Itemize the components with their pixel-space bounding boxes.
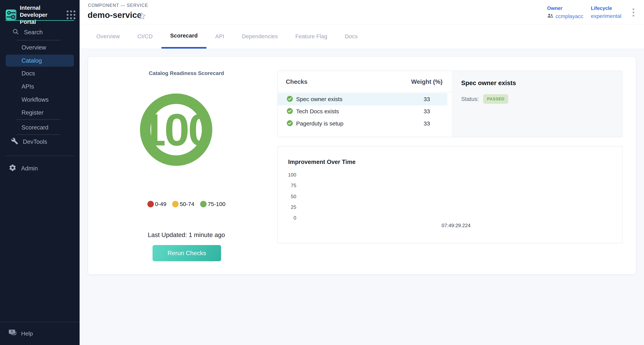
rerun-checks-button[interactable]: Rerun Checks bbox=[152, 245, 221, 261]
check-detail-title: Spec owner exists bbox=[461, 80, 516, 87]
scorecard-title: Catalog Readiness Scorecard bbox=[88, 70, 285, 76]
portal-logo-icon bbox=[6, 10, 16, 20]
check-row-pagerduty[interactable]: Pagerduty is setup 33 bbox=[278, 118, 447, 130]
check-weight: 33 bbox=[402, 120, 452, 127]
status-label: Status: bbox=[461, 96, 479, 102]
check-detail-panel: Spec owner exists Status: PASSED bbox=[452, 71, 622, 137]
legend-high-label: 75-100 bbox=[208, 201, 226, 207]
owner-block: Owner ccmplayacc bbox=[547, 5, 583, 20]
svg-text:?: ? bbox=[11, 330, 13, 334]
devtools-label: DevTools bbox=[23, 138, 47, 145]
sidebar-item-scorecard[interactable]: Scorecard bbox=[22, 124, 48, 131]
tab-overview[interactable]: Overview bbox=[88, 24, 128, 48]
search-label: Search bbox=[24, 29, 43, 36]
help-divider bbox=[0, 322, 80, 322]
lifecycle-block: Lifecycle experimental bbox=[591, 5, 621, 19]
sidebar-item-devtools[interactable]: DevTools bbox=[11, 138, 47, 146]
sidebar-divider bbox=[16, 120, 60, 120]
legend-red-dot bbox=[148, 201, 154, 207]
scorecard-card: Catalog Readiness Scorecard 100 0-49 50-… bbox=[88, 57, 636, 274]
check-passed-icon bbox=[286, 108, 293, 115]
y-tick-100: 100 bbox=[278, 172, 296, 178]
page-title: demo-service bbox=[88, 10, 142, 20]
y-tick-0: 0 bbox=[278, 215, 296, 221]
check-name: Pagerduty is setup bbox=[296, 120, 343, 127]
sidebar-item-apis[interactable]: APIs bbox=[22, 83, 34, 90]
sidebar: Internal Developer Portal Search Overvie… bbox=[0, 0, 80, 345]
breadcrumb: COMPONENT — SERVICE bbox=[88, 3, 148, 8]
legend-mid-label: 50-74 bbox=[180, 201, 194, 207]
lifecycle-value: experimental bbox=[591, 13, 621, 19]
check-weight: 33 bbox=[402, 96, 452, 102]
wrench-icon bbox=[11, 138, 18, 146]
sidebar-item-overview[interactable]: Overview bbox=[22, 44, 46, 51]
legend-item-mid: 50-74 bbox=[172, 201, 194, 207]
sidebar-search[interactable]: Search bbox=[12, 28, 43, 36]
kebab-menu-icon[interactable] bbox=[632, 8, 635, 17]
portal-title: Internal Developer Portal bbox=[20, 4, 64, 25]
chart-title: Improvement Over Time bbox=[288, 158, 356, 166]
tab-cicd[interactable]: CI/CD bbox=[128, 24, 161, 48]
apps-grid-icon[interactable] bbox=[67, 10, 76, 19]
score-gauge: 100 bbox=[140, 94, 212, 166]
main-area: COMPONENT — SERVICE demo-service Owner c… bbox=[80, 0, 644, 345]
y-tick-75: 75 bbox=[278, 182, 296, 188]
sidebar-item-workflows[interactable]: Workflows bbox=[22, 96, 48, 103]
sidebar-divider-2 bbox=[16, 134, 60, 135]
check-name: Tech Docs exists bbox=[296, 108, 339, 114]
check-row-tech-docs[interactable]: Tech Docs exists 33 bbox=[278, 105, 447, 118]
legend-item-high: 75-100 bbox=[200, 201, 226, 207]
y-tick-25: 25 bbox=[278, 204, 296, 210]
tab-docs[interactable]: Docs bbox=[336, 24, 366, 48]
legend-item-low: 0-49 bbox=[148, 201, 166, 207]
favorite-star-icon[interactable] bbox=[138, 12, 146, 20]
tab-scorecard[interactable]: Scorecard bbox=[162, 24, 206, 48]
logo-row: Internal Developer Portal bbox=[6, 4, 76, 25]
status-badge: PASSED bbox=[483, 94, 508, 104]
legend-low-label: 0-49 bbox=[155, 201, 166, 207]
sidebar-item-catalog-label: Catalog bbox=[22, 57, 42, 64]
sidebar-item-register[interactable]: Register bbox=[22, 109, 44, 116]
check-weight: 33 bbox=[402, 108, 452, 114]
group-icon bbox=[547, 13, 554, 20]
tab-api[interactable]: API bbox=[206, 24, 233, 48]
entity-header: COMPONENT — SERVICE demo-service Owner c… bbox=[80, 0, 644, 24]
tab-dependencies[interactable]: Dependencies bbox=[233, 24, 286, 48]
last-updated-text: Last Updated: 1 minute ago bbox=[88, 231, 285, 238]
help-chat-icon: ? bbox=[8, 329, 17, 338]
check-row-spec-owner[interactable]: Spec owner exists 33 bbox=[278, 93, 447, 105]
check-passed-icon bbox=[286, 96, 293, 103]
gear-icon bbox=[8, 164, 16, 173]
owner-link[interactable]: ccmplayacc bbox=[547, 13, 583, 20]
checks-table-header: Checks Weight (%) bbox=[278, 71, 452, 92]
score-value: 100 bbox=[140, 104, 212, 156]
sidebar-item-admin[interactable]: Admin bbox=[8, 164, 38, 173]
legend-green-dot bbox=[200, 201, 206, 207]
weight-column-header: Weight (%) bbox=[402, 78, 452, 85]
sidebar-item-help[interactable]: ? Help bbox=[8, 329, 33, 338]
owner-label: Owner bbox=[547, 5, 583, 11]
check-detail-status-row: Status: PASSED bbox=[461, 94, 508, 104]
tab-feature-flag[interactable]: Feature Flag bbox=[286, 24, 336, 48]
owner-value: ccmplayacc bbox=[556, 13, 583, 20]
check-passed-icon bbox=[286, 120, 293, 127]
y-tick-50: 50 bbox=[278, 194, 296, 200]
improvement-chart: Improvement Over Time 100 75 50 25 0 07:… bbox=[278, 146, 622, 243]
score-legend: 0-49 50-74 75-100 bbox=[88, 201, 285, 207]
lifecycle-label: Lifecycle bbox=[591, 5, 621, 11]
check-name: Spec owner exists bbox=[296, 96, 342, 102]
checks-panel: Checks Weight (%) Spec owner exists 33 bbox=[278, 71, 622, 137]
sidebar-accent-divider bbox=[5, 20, 74, 21]
search-icon bbox=[12, 28, 19, 36]
checks-column-header: Checks bbox=[286, 78, 308, 85]
sidebar-section-divider bbox=[5, 156, 74, 156]
entity-tabs: Overview CI/CD Scorecard API Dependencie… bbox=[80, 24, 644, 49]
x-axis-label: 07:49:29.224 bbox=[380, 222, 532, 228]
sidebar-item-docs[interactable]: Docs bbox=[22, 70, 35, 77]
admin-label: Admin bbox=[21, 165, 38, 172]
tab-content: Catalog Readiness Scorecard 100 0-49 50-… bbox=[80, 49, 644, 345]
search-divider bbox=[16, 40, 60, 40]
help-label: Help bbox=[21, 330, 33, 337]
sidebar-item-catalog[interactable]: Catalog bbox=[6, 55, 74, 67]
checks-table: Checks Weight (%) Spec owner exists 33 bbox=[278, 71, 452, 137]
